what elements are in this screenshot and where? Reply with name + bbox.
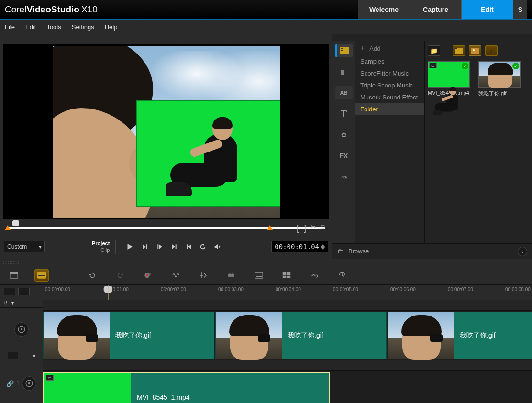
filter-photo-icon[interactable] <box>469 45 481 56</box>
preview-viewport[interactable] <box>3 44 329 219</box>
end-button[interactable] <box>183 241 194 252</box>
track-number: 1 <box>17 381 20 386</box>
video-clip[interactable]: 我吃了你.gif <box>388 312 532 359</box>
video-clip[interactable]: 我吃了你.gif <box>43 312 214 359</box>
scissors-icon[interactable]: ✂ <box>311 223 316 233</box>
markout-handle[interactable] <box>267 225 273 230</box>
track-timeline-icon[interactable] <box>18 288 30 295</box>
menu-help[interactable]: Help <box>105 23 118 31</box>
multiview-button[interactable] <box>279 269 294 282</box>
storyboard-view-icon[interactable] <box>7 269 21 282</box>
mode-clip-label[interactable]: Clip <box>100 247 110 253</box>
timecode-down[interactable] <box>321 247 325 250</box>
timecode-display[interactable]: 00:00:01.04 <box>271 241 328 252</box>
path-tab-icon[interactable]: ↝ <box>335 170 353 184</box>
clip-label: 我吃了你.gif <box>454 331 496 340</box>
split-icon[interactable]: ⧉ <box>321 223 325 233</box>
ruler-tick: 00:00:00.00 <box>45 287 70 292</box>
track-storyboard-icon[interactable] <box>4 288 15 295</box>
tab-welcome[interactable]: Welcome <box>358 0 410 19</box>
add-folder-button[interactable]: + Add <box>355 41 424 55</box>
folder-folder[interactable]: Folder <box>355 103 424 115</box>
prev-frame-button[interactable] <box>155 241 165 252</box>
graphic-tab-icon[interactable]: ✿ <box>335 128 353 142</box>
record-button[interactable] <box>141 269 155 282</box>
overlay-track-icon[interactable] <box>22 376 36 391</box>
play-button[interactable] <box>123 240 136 253</box>
svg-point-6 <box>473 49 475 51</box>
undo-button[interactable] <box>85 269 100 282</box>
subtitle-button[interactable] <box>252 269 266 282</box>
menu-edit[interactable]: Edit <box>25 23 36 31</box>
video-track-icon[interactable] <box>14 322 29 337</box>
scrub-bar[interactable]: [ ] ✂ ⧉ <box>4 220 328 235</box>
library-pane: :::::::::: ▦ AB T ✿ FX ↝ + Add Samples S… <box>332 34 532 259</box>
home-button[interactable] <box>140 241 151 252</box>
filter-audio-icon[interactable]: ♪ <box>485 45 498 56</box>
multitrim-button[interactable] <box>224 269 238 282</box>
motion-button[interactable] <box>307 269 321 282</box>
timecode-value: 00:00:01.04 <box>275 243 319 251</box>
markin-handle[interactable] <box>5 225 11 230</box>
bracket-out-icon[interactable]: ] <box>304 223 306 233</box>
overlay-clip[interactable]: ▭ MVI_8545_1.mp4 <box>43 372 330 403</box>
grip-handle[interactable]: :::::::::: <box>0 259 532 266</box>
menu-bar: File Edit Tools Settings Help <box>0 20 532 34</box>
fx-tab-icon[interactable]: FX <box>335 149 353 163</box>
ruler-tick: 00:00:03.00 <box>218 287 244 292</box>
thumb-item[interactable]: ✓ 我吃了你.gif <box>478 61 521 97</box>
add-label: Add <box>369 45 380 52</box>
timeline-view-icon[interactable] <box>34 269 49 282</box>
check-icon: ✓ <box>462 63 468 69</box>
zoom-toggle[interactable]: +/− <box>3 300 10 305</box>
svg-rect-18 <box>283 272 287 275</box>
grip-handle[interactable]: :::::::::: <box>332 34 532 41</box>
scrub-marker[interactable] <box>12 220 19 226</box>
next-frame-button[interactable] <box>169 241 179 252</box>
text-tab-icon[interactable]: T <box>335 107 353 120</box>
browse-icon: 🗀 <box>337 248 344 255</box>
transitions-tab-icon[interactable]: ▦ <box>335 65 353 78</box>
autosound-button[interactable] <box>196 269 211 282</box>
chevron-down-icon[interactable]: ▾ <box>33 353 35 359</box>
marker-track[interactable] <box>43 300 532 311</box>
title-tab-icon[interactable]: AB <box>335 86 353 99</box>
scroll-left-button[interactable]: ‹ <box>518 247 527 256</box>
toggle-icon[interactable] <box>8 352 18 359</box>
link-track-icon[interactable]: 🔗 <box>6 380 14 387</box>
menu-settings[interactable]: Settings <box>72 23 94 31</box>
repeat-button[interactable] <box>198 241 208 252</box>
menu-tools[interactable]: Tools <box>46 23 61 31</box>
chevron-down-icon[interactable]: ▾ <box>11 300 14 305</box>
redo-button[interactable] <box>113 269 127 282</box>
timecode-up[interactable] <box>321 244 325 247</box>
svg-rect-21 <box>287 275 291 278</box>
folder-triplescoop[interactable]: Triple Scoop Music <box>355 79 424 91</box>
media-tab-icon[interactable] <box>335 44 353 57</box>
mode-project-label[interactable]: Project <box>92 240 110 246</box>
timeline-ruler[interactable]: 00:00:00.00 00:00:01.00 00:00:02.00 00:0… <box>43 285 532 300</box>
resolution-dropdown[interactable]: Custom ▾ <box>4 241 45 252</box>
variable-speed-button[interactable] <box>335 269 349 282</box>
grip-handle[interactable]: :::::::::: <box>0 34 332 41</box>
folder-samples[interactable]: Samples <box>355 55 424 67</box>
volume-button[interactable] <box>212 241 222 252</box>
video-clip[interactable]: 我吃了你.gif <box>215 312 387 359</box>
tab-capture[interactable]: Capture <box>410 0 461 19</box>
mixer-button[interactable] <box>168 269 183 282</box>
folder-open-icon[interactable]: 📁 <box>428 45 440 56</box>
tab-extra[interactable]: S <box>513 0 527 19</box>
bracket-in-icon[interactable]: [ <box>297 223 299 233</box>
overlay-track[interactable]: ▭ MVI_8545_1.mp4 <box>43 371 532 403</box>
folder-muserk[interactable]: Muserk Sound Effect <box>355 91 424 103</box>
library-toolstrip: ▦ AB T ✿ FX ↝ <box>332 41 355 243</box>
thumb-item[interactable]: ▭ ✓ MVI_8545_1.mp4 <box>428 61 470 97</box>
filter-video-icon[interactable] <box>453 45 465 56</box>
spacer-track[interactable] <box>43 360 532 371</box>
browse-button[interactable]: Browse <box>348 248 369 255</box>
timeline: +/− ▾ ▾ 🔗 1 00:00:00.00 00:00:01.00 00:0… <box>0 285 532 403</box>
folder-scorefitter[interactable]: ScoreFitter Music <box>355 67 424 79</box>
video-track[interactable]: 我吃了你.gif 我吃了你.gif 我吃了你.gif <box>43 311 532 360</box>
tab-edit[interactable]: Edit <box>461 0 513 19</box>
menu-file[interactable]: File <box>5 23 15 31</box>
